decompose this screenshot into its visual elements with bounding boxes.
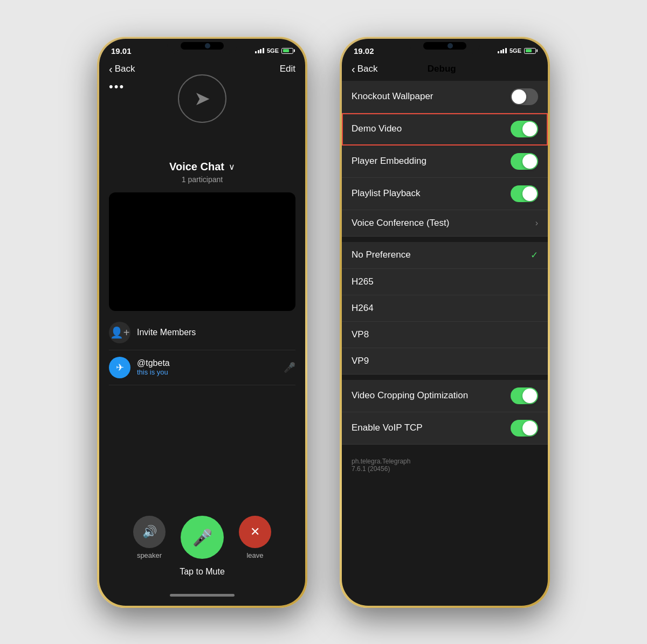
bar1-p2 xyxy=(498,51,499,53)
back-button-2[interactable]: ‹ Back xyxy=(352,63,377,75)
voice-chat-name: Voice Chat xyxy=(169,161,224,173)
bar3 xyxy=(260,49,261,53)
call-controls: 🔊 speaker 🎤 ✕ leave Tap to Mute xyxy=(99,507,305,587)
telegram-logo-icon: ✈ xyxy=(116,362,124,373)
bar2-p2 xyxy=(500,50,502,53)
back-button-1[interactable]: ‹ Back xyxy=(109,63,135,75)
battery-1 xyxy=(281,48,293,54)
person-add-icon: 👤+ xyxy=(110,326,130,339)
no-preference-checkmark-icon: ✓ xyxy=(531,250,538,261)
debug-page-title: Debug xyxy=(428,64,456,74)
vp8-row[interactable]: VP8 xyxy=(342,322,548,348)
selector-section: No Preference ✓ H265 H264 VP8 VP9 xyxy=(342,242,548,375)
leave-button[interactable]: ✕ leave xyxy=(239,516,271,559)
notch-inner-2 xyxy=(423,42,466,50)
speaker-circle: 🔊 xyxy=(133,516,166,548)
knockout-wallpaper-label: Knockout Wallpaper xyxy=(352,91,433,102)
speaker-label: speaker xyxy=(137,551,162,559)
front-camera-1 xyxy=(205,43,210,49)
tgbeta-item: ✈ @tgbeta this is you 🎤 xyxy=(109,350,295,385)
voice-conference-chevron-icon: › xyxy=(535,218,538,228)
status-icons-1: 5GE xyxy=(255,47,293,54)
settings-section-3: Video Cropping Optimization Enable VoIP … xyxy=(342,380,548,445)
time-1: 19.01 xyxy=(111,46,132,56)
network-type-1: 5GE xyxy=(267,47,279,54)
player-embedding-toggle[interactable] xyxy=(511,153,538,170)
version-line1: ph.telegra.Telegraph xyxy=(352,458,538,465)
leave-label: leave xyxy=(246,551,263,559)
edit-button-1[interactable]: Edit xyxy=(280,64,295,74)
home-indicator-1 xyxy=(99,587,305,604)
voice-conference-row[interactable]: Voice Conference (Test) › xyxy=(342,210,548,237)
battery-2 xyxy=(524,48,536,54)
knockout-wallpaper-toggle[interactable] xyxy=(511,88,538,105)
invite-members-item[interactable]: 👤+ Invite Members xyxy=(109,315,295,350)
signal-bars-2 xyxy=(498,48,507,53)
invite-label: Invite Members xyxy=(137,328,295,337)
h265-row[interactable]: H265 xyxy=(342,269,548,295)
leave-circle: ✕ xyxy=(239,516,271,548)
toggle-thumb xyxy=(512,89,526,104)
video-cropping-row: Video Cropping Optimization xyxy=(342,380,548,412)
voice-chat-participants: 1 participant xyxy=(99,175,305,188)
telegram-avatar: ✈ xyxy=(109,357,130,378)
chevron-left-icon-1: ‹ xyxy=(109,63,113,75)
h264-row[interactable]: H264 xyxy=(342,295,548,322)
voice-chat-chevron-icon: ∨ xyxy=(229,162,235,172)
voip-tcp-toggle[interactable] xyxy=(511,420,538,437)
signal-bars-1 xyxy=(255,48,264,53)
send-icon: ➤ xyxy=(194,87,210,110)
bar3-p2 xyxy=(503,49,504,53)
video-area xyxy=(109,192,295,311)
phone-2: 19.02 5GE ‹ Back Debug xyxy=(340,37,550,608)
home-bar-1 xyxy=(170,594,235,597)
more-button[interactable]: ••• xyxy=(109,80,125,94)
vp9-row[interactable]: VP9 xyxy=(342,348,548,375)
mute-circle: 🎤 xyxy=(181,516,224,559)
version-line2: 7.6.1 (20456) xyxy=(352,465,538,473)
phone-1: 19.01 5GE ‹ xyxy=(97,37,307,608)
toggle-thumb-player xyxy=(522,154,537,169)
back-label-2: Back xyxy=(357,64,378,74)
time-2: 19.02 xyxy=(354,46,374,56)
voice-chat-title-row: Voice Chat ∨ xyxy=(99,128,305,175)
invite-icon: 👤+ xyxy=(109,322,130,343)
toggle-thumb-voip xyxy=(522,421,537,435)
demo-video-row: Demo Video xyxy=(342,113,548,146)
voice-conference-label: Voice Conference (Test) xyxy=(352,218,449,228)
video-cropping-label: Video Cropping Optimization xyxy=(352,390,468,401)
speaker-button[interactable]: 🔊 speaker xyxy=(133,516,166,559)
notch-1 xyxy=(167,39,237,54)
tgbeta-sub: this is you xyxy=(137,368,277,376)
playlist-playback-label: Playlist Playback xyxy=(352,188,421,199)
voice-avatar-ring: ➤ xyxy=(178,74,226,123)
playlist-playback-toggle[interactable] xyxy=(511,185,538,202)
no-preference-row[interactable]: No Preference ✓ xyxy=(342,242,548,269)
player-embedding-label: Player Embedding xyxy=(352,156,426,167)
bar2 xyxy=(258,50,259,53)
call-buttons-row: 🔊 speaker 🎤 ✕ leave xyxy=(109,516,295,559)
chevron-left-icon-2: ‹ xyxy=(352,63,355,75)
front-camera-2 xyxy=(448,43,453,49)
debug-nav: ‹ Back Debug xyxy=(342,59,548,81)
members-list: 👤+ Invite Members ✈ @tgbeta this is you xyxy=(99,315,305,507)
toggle-thumb-demo xyxy=(522,122,537,136)
h264-label: H264 xyxy=(352,303,374,314)
video-cropping-toggle[interactable] xyxy=(511,387,538,404)
status-icons-2: 5GE xyxy=(498,47,536,54)
vp9-label: VP9 xyxy=(352,356,369,366)
no-preference-label: No Preference xyxy=(352,250,411,260)
demo-video-toggle[interactable] xyxy=(511,121,538,137)
voip-tcp-row: Enable VoIP TCP xyxy=(342,412,548,445)
notch-inner-1 xyxy=(181,42,224,50)
mute-button[interactable]: 🎤 xyxy=(181,516,224,559)
vp8-label: VP8 xyxy=(352,329,369,340)
toggle-thumb-playlist xyxy=(522,186,537,201)
tgbeta-info: @tgbeta this is you xyxy=(137,358,277,376)
back-label-1: Back xyxy=(115,64,135,74)
demo-video-label: Demo Video xyxy=(352,123,402,134)
notch-2 xyxy=(410,39,480,54)
knockout-wallpaper-row: Knockout Wallpaper xyxy=(342,81,548,113)
settings-section-1: Knockout Wallpaper Demo Video Player Emb… xyxy=(342,81,548,237)
avatar-area: ➤ xyxy=(99,80,305,128)
